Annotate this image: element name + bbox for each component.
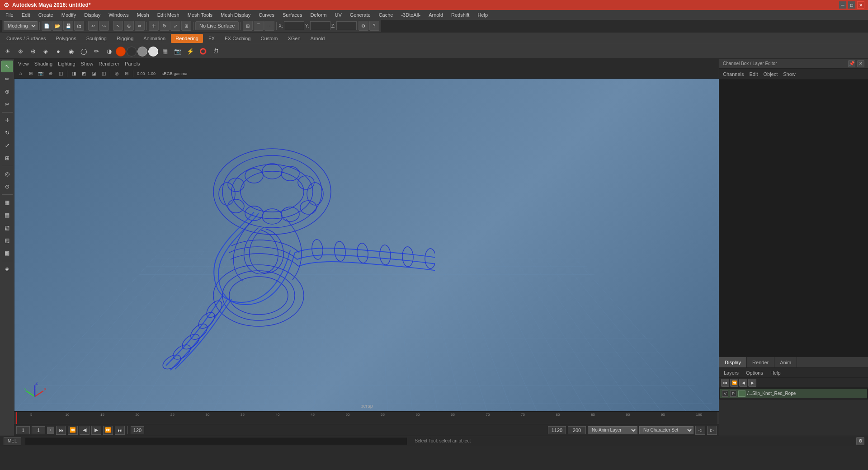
timeline-playhead[interactable] (16, 412, 17, 424)
anim-extra-btn2[interactable]: ▷ (707, 426, 717, 435)
snap-point[interactable]: ⋯ (264, 21, 274, 31)
layer-row-slip-knot[interactable]: V P /...Slip_Knot_Red_Rope (720, 389, 867, 399)
menu-surfaces[interactable]: Surfaces (279, 11, 306, 19)
snap-curve[interactable]: ⌒ (254, 21, 264, 31)
magnet-icon-btn[interactable]: ⊛ (14, 46, 26, 57)
paint-btn[interactable]: ✏ (1, 73, 13, 85)
lasso-tool[interactable]: ⊕ (124, 21, 134, 31)
vp-btn-home[interactable]: ⌂ (16, 70, 25, 78)
vp-btn-camera[interactable]: 📷 (36, 70, 45, 78)
vp-btn-grid[interactable]: ⊕ (46, 70, 55, 78)
stopwatch-icon-btn[interactable]: ⏱ (210, 46, 222, 57)
status-settings-btn[interactable]: ⚙ (856, 437, 864, 445)
layer-play-fwd[interactable]: ▶ (748, 379, 756, 387)
select-tool[interactable]: ↖ (113, 21, 123, 31)
save-file-button[interactable]: 💾 (63, 21, 73, 31)
vp-menu-view[interactable]: View (18, 61, 29, 66)
vp-btn-flat[interactable]: ◪ (89, 70, 98, 78)
vp-btn-hud[interactable]: ⊟ (122, 70, 131, 78)
dark-sphere-btn[interactable] (127, 47, 137, 56)
sphere2-icon-btn[interactable]: ◉ (65, 46, 77, 57)
scale-tool[interactable]: ⤢ (170, 21, 180, 31)
material-icon-btn[interactable]: ◈ (40, 46, 52, 57)
menu-arnold[interactable]: Arnold (425, 11, 447, 19)
menu-deform[interactable]: Deform (307, 11, 330, 19)
anim-layer-dropdown[interactable]: No Anim Layer (588, 426, 637, 434)
character-set-dropdown[interactable]: No Character Set (639, 426, 693, 434)
layer-goto-start[interactable]: ⏮ (721, 379, 729, 387)
menu-generate[interactable]: Generate (346, 11, 374, 19)
menu-file[interactable]: File (2, 11, 17, 19)
current-frame-input[interactable] (32, 426, 45, 434)
menu-mesh-tools[interactable]: Mesh Tools (184, 11, 216, 19)
minimize-button[interactable]: ─ (839, 1, 846, 9)
brush-icon-btn[interactable]: ⊕ (27, 46, 39, 57)
panel-close-button[interactable]: ✕ (857, 60, 864, 67)
new-file-button[interactable]: 📄 (42, 21, 52, 31)
move-tool[interactable]: ✛ (149, 21, 159, 31)
menu-edit[interactable]: Edit (18, 11, 34, 19)
coord-x-input[interactable] (284, 21, 304, 30)
subtab-layers[interactable]: Layers (721, 370, 741, 376)
anim-start-input[interactable] (548, 426, 566, 434)
tab-polygons[interactable]: Polygons (51, 34, 80, 43)
texture-icon-btn[interactable]: ▦ (159, 46, 171, 57)
redo-button[interactable]: ↪ (99, 21, 109, 31)
paint-select[interactable]: ✏ (135, 21, 145, 31)
tab-custom[interactable]: Custom (256, 34, 283, 43)
menu-create[interactable]: Create (35, 11, 57, 19)
menu-display[interactable]: Display (80, 11, 104, 19)
transform-tool[interactable]: ⊞ (181, 21, 191, 31)
panel-pin-button[interactable]: 📌 (848, 60, 855, 67)
tab-fx-caching[interactable]: FX Caching (220, 34, 255, 43)
vp-gamma-btn[interactable]: sRGB gamma (156, 70, 193, 78)
render-icon-btn[interactable]: ⚡ (184, 46, 196, 57)
display-btn3[interactable]: ▧ (1, 222, 13, 234)
workspace-dropdown[interactable]: Modeling (4, 21, 38, 30)
menu-cache[interactable]: Cache (375, 11, 397, 19)
gray-sphere-btn[interactable] (137, 47, 147, 56)
vp-btn-isolate[interactable]: ◎ (112, 70, 121, 78)
ipr-icon-btn[interactable]: ⭕ (197, 46, 209, 57)
coord-z-input[interactable] (336, 21, 357, 30)
subtab-options[interactable]: Options (743, 370, 766, 376)
universal-tool-btn[interactable]: ⊞ (1, 152, 13, 164)
open-file-button[interactable]: 📂 (52, 21, 62, 31)
soft-select-btn[interactable]: ◎ (1, 168, 13, 180)
sphere-icon-btn[interactable]: ● (52, 46, 64, 57)
vp-btn-shaded[interactable]: ◨ (69, 70, 78, 78)
gradient-icon-btn[interactable]: ◑ (103, 46, 115, 57)
move-tool-btn[interactable]: ✛ (1, 114, 13, 126)
layer-step-back[interactable]: ⏪ (730, 379, 738, 387)
tab-rendering[interactable]: Rendering (171, 34, 203, 43)
layer-p-indicator[interactable]: P (730, 390, 736, 397)
menu-edit-mesh[interactable]: Edit Mesh (154, 11, 183, 19)
menu-mesh-display[interactable]: Mesh Display (217, 11, 254, 19)
menu-redshift[interactable]: Redshift (448, 11, 473, 19)
layer-v-indicator[interactable]: V (722, 390, 728, 397)
menu-uv[interactable]: UV (331, 11, 345, 19)
knife-btn[interactable]: ✂ (1, 99, 13, 110)
channels-btn[interactable]: Channels (723, 71, 744, 77)
vp-btn-smooth[interactable]: ◩ (79, 70, 88, 78)
tab-xgen[interactable]: XGen (283, 34, 305, 43)
rotate-tool[interactable]: ↻ (160, 21, 170, 31)
step-forward-button[interactable]: ⏩ (103, 426, 113, 435)
vp-menu-lighting[interactable]: Lighting (58, 61, 75, 66)
undo-button[interactable]: ↩ (88, 21, 98, 31)
ch-object-btn[interactable]: Object (763, 71, 778, 77)
layer-tab-anim[interactable]: Anim (774, 357, 797, 367)
layer-tab-render[interactable]: Render (747, 357, 774, 367)
snap-btn[interactable]: ⊙ (1, 181, 13, 193)
tab-arnold[interactable]: Arnold (306, 34, 330, 43)
mel-input[interactable] (25, 437, 408, 445)
range-end-input[interactable] (131, 426, 144, 434)
anim-extra-btn1[interactable]: ◁ (695, 426, 705, 435)
tab-fx[interactable]: FX (204, 34, 219, 43)
extra-btn1[interactable]: ◈ (1, 263, 13, 275)
timeline-ruler[interactable]: 5 10 15 20 25 30 35 40 45 50 55 60 65 70 (16, 412, 717, 424)
coord-y-input[interactable] (310, 21, 330, 30)
camera-icon-btn[interactable]: 📷 (172, 46, 184, 57)
sphere3-icon-btn[interactable]: ◯ (78, 46, 90, 57)
scale-tool-btn[interactable]: ⤢ (1, 140, 13, 151)
